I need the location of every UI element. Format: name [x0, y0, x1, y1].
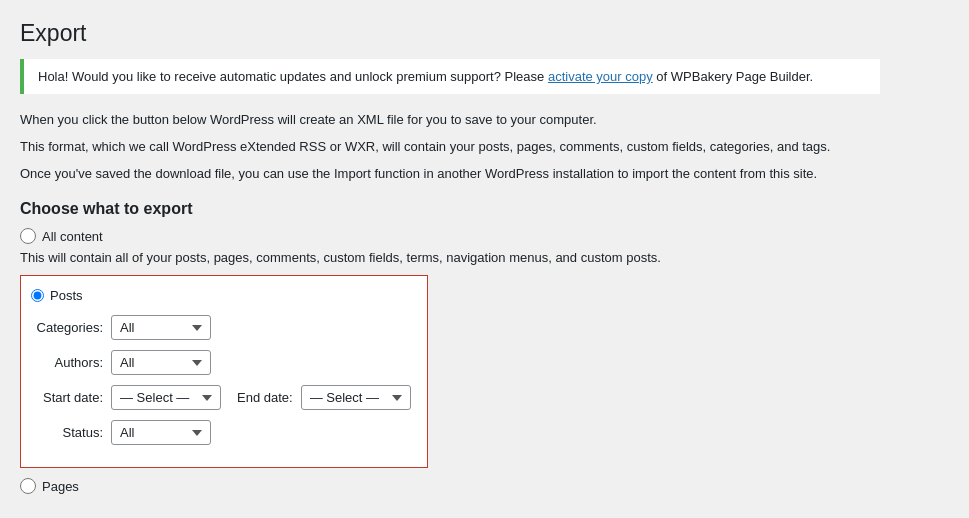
status-label: Status: [31, 425, 103, 440]
page-wrap: Export Hola! Would you like to receive a… [20, 20, 880, 494]
section-title: Choose what to export [20, 200, 880, 218]
end-date-select[interactable]: — Select — [301, 385, 411, 410]
posts-box: Posts Categories: All Authors: All Start… [20, 275, 428, 468]
notice-text-before: Hola! Would you like to receive automati… [38, 69, 548, 84]
notice-bar: Hola! Would you like to receive automati… [20, 59, 880, 94]
activate-copy-link[interactable]: activate your copy [548, 69, 653, 84]
pages-label[interactable]: Pages [42, 479, 79, 494]
pages-option: Pages [20, 478, 880, 494]
categories-row: Categories: All [31, 315, 411, 340]
all-content-description: This will contain all of your posts, pag… [20, 250, 880, 265]
all-content-option: All content [20, 228, 880, 244]
all-content-radio[interactable] [20, 228, 36, 244]
posts-label[interactable]: Posts [50, 288, 83, 303]
export-options: All content This will contain all of you… [20, 228, 880, 494]
start-date-select[interactable]: — Select — [111, 385, 221, 410]
status-row: Status: All [31, 420, 411, 445]
description-1: When you click the button below WordPres… [20, 110, 880, 131]
categories-label: Categories: [31, 320, 103, 335]
status-select[interactable]: All [111, 420, 211, 445]
start-date-label: Start date: [31, 390, 103, 405]
description-3: Once you've saved the download file, you… [20, 164, 880, 185]
categories-select[interactable]: All [111, 315, 211, 340]
posts-radio[interactable] [31, 289, 44, 302]
date-row: Start date: — Select — End date: — Selec… [31, 385, 411, 410]
all-content-label[interactable]: All content [42, 229, 103, 244]
notice-text-after: of WPBakery Page Builder. [653, 69, 813, 84]
description-2: This format, which we call WordPress eXt… [20, 137, 880, 158]
posts-box-title-row: Posts [31, 288, 411, 303]
end-date-label: End date: [237, 390, 293, 405]
authors-row: Authors: All [31, 350, 411, 375]
pages-radio[interactable] [20, 478, 36, 494]
authors-label: Authors: [31, 355, 103, 370]
page-title: Export [20, 20, 880, 47]
authors-select[interactable]: All [111, 350, 211, 375]
